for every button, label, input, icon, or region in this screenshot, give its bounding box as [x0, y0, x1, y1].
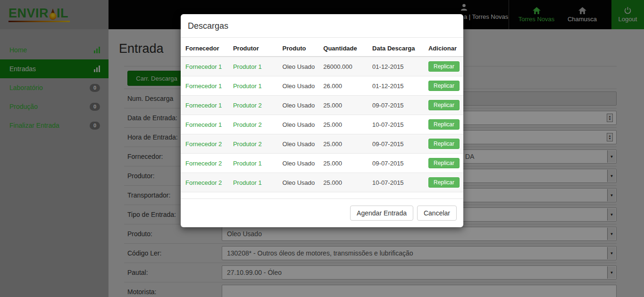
data-descarga-cell-cell-wrap: 10-07-2015 — [368, 115, 424, 134]
produto-cell-cell-wrap: Oleo Usado — [278, 173, 319, 192]
col-header-produto: Produto — [278, 41, 319, 57]
replicar-button-cell-wrap: Replicar — [424, 76, 463, 96]
data-descarga-cell: 01-12-2015 — [372, 63, 404, 70]
replicar-button[interactable]: Replicar — [428, 158, 460, 168]
quantidade-cell-cell-wrap: 25.000 — [318, 173, 368, 192]
data-descarga-cell: 09-07-2015 — [372, 160, 404, 167]
descargas-table: Fornecedor Produtor Produto Quantidade D… — [181, 41, 463, 192]
produtor-link[interactable]: Produtor 1 — [233, 179, 262, 186]
quantidade-cell: 25.000 — [323, 102, 342, 109]
quantidade-cell: 25.000 — [323, 140, 342, 148]
produto-cell: Oleo Usado — [283, 82, 315, 90]
quantidade-cell: 25.000 — [323, 179, 342, 186]
data-descarga-cell: 01-12-2015 — [372, 82, 404, 90]
produtor-link[interactable]: Produtor 1 — [233, 63, 262, 70]
replicar-button-cell-wrap: Replicar — [424, 57, 463, 76]
col-header-fornecedor: Fornecedor — [181, 41, 228, 57]
col-header-adicionar: Adicionar — [424, 41, 463, 57]
data-descarga-cell: 09-07-2015 — [372, 102, 404, 109]
fornecedor-link-cell-wrap: Fornecedor 2 — [181, 154, 228, 173]
quantidade-cell: 26000.000 — [323, 63, 352, 70]
replicar-button[interactable]: Replicar — [428, 61, 460, 72]
modal-footer: Agendar Entrada Cancelar — [181, 198, 463, 227]
produtor-link[interactable]: Produtor 1 — [233, 160, 262, 167]
produto-cell-cell-wrap: Oleo Usado — [278, 57, 319, 76]
produtor-link-cell-wrap: Produtor 1 — [228, 173, 278, 192]
produtor-link[interactable]: Produtor 2 — [233, 140, 262, 148]
quantidade-cell-cell-wrap: 25.000 — [318, 96, 368, 115]
fornecedor-link[interactable]: Fornecedor 1 — [185, 63, 222, 70]
fornecedor-link-cell-wrap: Fornecedor 1 — [181, 96, 228, 115]
produto-cell-cell-wrap: Oleo Usado — [278, 134, 319, 154]
table-row: Fornecedor 1Produtor 2Oleo Usado25.00009… — [181, 96, 463, 115]
app-window: ENVIR IL a | Torres Novas Torres Novas C… — [0, 0, 644, 297]
data-descarga-cell: 10-07-2015 — [372, 179, 404, 186]
quantidade-cell-cell-wrap: 25.000 — [318, 115, 368, 134]
fornecedor-link[interactable]: Fornecedor 1 — [185, 82, 222, 90]
fornecedor-link[interactable]: Fornecedor 2 — [185, 140, 222, 148]
quantidade-cell-cell-wrap: 25.000 — [318, 134, 368, 154]
quantidade-cell: 25.000 — [323, 160, 342, 167]
fornecedor-link-cell-wrap: Fornecedor 2 — [181, 173, 228, 192]
replicar-button[interactable]: Replicar — [428, 100, 460, 110]
quantidade-cell-cell-wrap: 26.000 — [318, 76, 368, 96]
fornecedor-link-cell-wrap: Fornecedor 2 — [181, 134, 228, 154]
table-row: Fornecedor 2Produtor 2Oleo Usado25.00009… — [181, 134, 463, 154]
replicar-button-cell-wrap: Replicar — [424, 173, 463, 192]
table-header-row: Fornecedor Produtor Produto Quantidade D… — [181, 41, 463, 57]
produtor-link[interactable]: Produtor 2 — [233, 121, 262, 128]
table-row: Fornecedor 1Produtor 1Oleo Usado26.00001… — [181, 76, 463, 96]
modal-title: Descargas — [188, 21, 228, 31]
produtor-link-cell-wrap: Produtor 1 — [228, 76, 278, 96]
replicar-button-cell-wrap: Replicar — [424, 134, 463, 154]
produtor-link-cell-wrap: Produtor 1 — [228, 57, 278, 76]
data-descarga-cell: 09-07-2015 — [372, 140, 404, 148]
fornecedor-link-cell-wrap: Fornecedor 1 — [181, 115, 228, 134]
fornecedor-link[interactable]: Fornecedor 1 — [185, 102, 222, 109]
produto-cell-cell-wrap: Oleo Usado — [278, 115, 319, 134]
agendar-entrada-button[interactable]: Agendar Entrada — [350, 206, 413, 221]
data-descarga-cell-cell-wrap: 01-12-2015 — [368, 76, 424, 96]
produtor-link[interactable]: Produtor 1 — [233, 82, 262, 90]
col-header-quantidade: Quantidade — [318, 41, 368, 57]
fornecedor-link-cell-wrap: Fornecedor 1 — [181, 76, 228, 96]
produto-cell: Oleo Usado — [283, 63, 315, 70]
produtor-link-cell-wrap: Produtor 2 — [228, 115, 278, 134]
produtor-link-cell-wrap: Produtor 2 — [228, 134, 278, 154]
quantidade-cell-cell-wrap: 26000.000 — [318, 57, 368, 76]
produtor-link[interactable]: Produtor 2 — [233, 102, 262, 109]
produtor-link-cell-wrap: Produtor 1 — [228, 154, 278, 173]
produto-cell: Oleo Usado — [283, 102, 315, 109]
replicar-button[interactable]: Replicar — [428, 81, 460, 91]
produto-cell: Oleo Usado — [283, 160, 315, 167]
data-descarga-cell-cell-wrap: 09-07-2015 — [368, 96, 424, 115]
modal-header: Descargas — [181, 14, 463, 38]
quantidade-cell: 25.000 — [323, 121, 342, 128]
table-row: Fornecedor 1Produtor 2Oleo Usado25.00010… — [181, 115, 463, 134]
replicar-button[interactable]: Replicar — [428, 119, 460, 130]
replicar-button-cell-wrap: Replicar — [424, 115, 463, 134]
table-row: Fornecedor 2Produtor 1Oleo Usado25.00010… — [181, 173, 463, 192]
quantidade-cell: 26.000 — [323, 82, 342, 90]
produtor-link-cell-wrap: Produtor 2 — [228, 96, 278, 115]
fornecedor-link[interactable]: Fornecedor 2 — [185, 179, 222, 186]
replicar-button[interactable]: Replicar — [428, 177, 460, 188]
fornecedor-link-cell-wrap: Fornecedor 1 — [181, 57, 228, 76]
col-header-produtor: Produtor — [228, 41, 278, 57]
replicar-button-cell-wrap: Replicar — [424, 96, 463, 115]
data-descarga-cell-cell-wrap: 10-07-2015 — [368, 173, 424, 192]
replicar-button[interactable]: Replicar — [428, 139, 460, 149]
produto-cell-cell-wrap: Oleo Usado — [278, 96, 319, 115]
col-header-data-descarga: Data Descarga — [368, 41, 424, 57]
fornecedor-link[interactable]: Fornecedor 1 — [185, 121, 222, 128]
fornecedor-link[interactable]: Fornecedor 2 — [185, 160, 222, 167]
table-row: Fornecedor 2Produtor 1Oleo Usado25.00009… — [181, 154, 463, 173]
quantidade-cell-cell-wrap: 25.000 — [318, 154, 368, 173]
descargas-modal: Descargas Fornecedor Produtor Produto Qu… — [181, 14, 463, 227]
data-descarga-cell: 10-07-2015 — [372, 121, 404, 128]
produto-cell-cell-wrap: Oleo Usado — [278, 154, 319, 173]
replicar-button-cell-wrap: Replicar — [424, 154, 463, 173]
cancelar-button[interactable]: Cancelar — [417, 206, 457, 221]
data-descarga-cell-cell-wrap: 01-12-2015 — [368, 57, 424, 76]
produto-cell-cell-wrap: Oleo Usado — [278, 76, 319, 96]
